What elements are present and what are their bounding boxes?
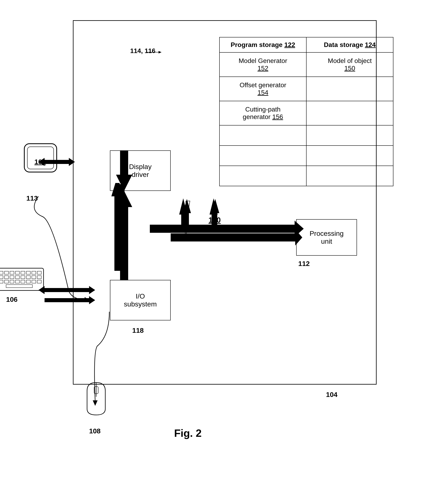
svg-rect-29 (6, 285, 32, 288)
fig-caption: Fig. 2 (174, 427, 202, 439)
svg-rect-12 (37, 271, 41, 274)
bus-120-arrow (150, 221, 304, 237)
svg-rect-16 (15, 276, 19, 279)
svg-rect-9 (21, 271, 25, 274)
svg-rect-25 (21, 280, 25, 283)
svg-rect-11 (32, 271, 36, 274)
monitor-arrow-right-head (69, 158, 75, 166)
keyboard-icon (0, 267, 44, 292)
svg-rect-21 (0, 280, 3, 283)
svg-rect-15 (10, 276, 14, 279)
svg-rect-26 (26, 280, 30, 283)
svg-rect-6 (4, 271, 8, 274)
svg-rect-19 (32, 276, 36, 279)
svg-rect-10 (26, 271, 30, 274)
svg-rect-5 (0, 271, 3, 274)
svg-rect-14 (4, 276, 8, 279)
svg-rect-17 (21, 276, 25, 279)
svg-rect-4 (0, 268, 43, 290)
svg-rect-8 (15, 271, 19, 274)
monitor-arrow-right-part (44, 160, 69, 164)
keyboard-arrow-right-head (89, 286, 95, 294)
mouse-arrow-tip (93, 400, 98, 406)
keyboard-arrow-right (44, 288, 89, 292)
mouse-curve (95, 312, 109, 401)
svg-rect-22 (4, 280, 8, 283)
keyboard-arrow-right-head-2 (89, 296, 95, 304)
svg-rect-27 (32, 280, 36, 283)
svg-rect-13 (0, 276, 3, 279)
svg-rect-7 (10, 271, 14, 274)
svg-rect-20 (37, 276, 41, 279)
label-106: 106 (6, 295, 18, 303)
svg-rect-24 (15, 280, 19, 283)
down-arrow-bus-1 (179, 198, 187, 227)
label-113: 113 (26, 194, 38, 202)
keyboard-arrow-right-2 (44, 298, 89, 302)
svg-rect-18 (26, 276, 30, 279)
main-arrows-svg: 120 (53, 12, 397, 457)
svg-rect-28 (37, 280, 41, 283)
svg-rect-23 (10, 280, 14, 283)
